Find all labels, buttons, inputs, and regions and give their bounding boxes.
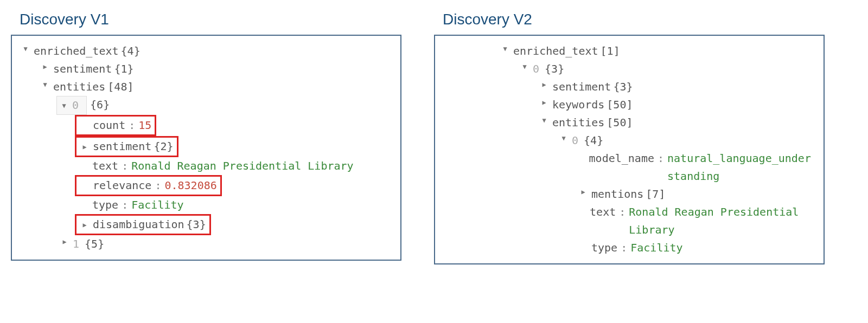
caret-right-icon[interactable]	[80, 140, 90, 153]
tree-leaf-relevance: relevance : 0.832086	[21, 175, 392, 196]
tree-node-enriched-text[interactable]: enriched_text {4}	[21, 42, 392, 60]
caret-down-icon[interactable]	[520, 60, 529, 73]
tree-node-sentiment[interactable]: sentiment {1}	[21, 60, 392, 78]
caret-right-icon[interactable]	[539, 96, 549, 108]
tree-node-sentiment[interactable]: sentiment {3}	[500, 78, 815, 96]
highlight-box: sentiment {2}	[75, 136, 178, 157]
tree-node-enriched-text[interactable]: enriched_text [1]	[500, 42, 815, 60]
panel-title-v2: Discovery V2	[434, 11, 825, 28]
json-tree-v2: enriched_text [1] 0 {3} sentiment {3} ke…	[434, 35, 825, 264]
highlight-box: disambiguation {3}	[75, 214, 211, 235]
highlight-box: relevance : 0.832086	[75, 175, 222, 196]
caret-right-icon[interactable]	[578, 185, 588, 198]
tree-node-entities[interactable]: entities [48]	[21, 78, 392, 96]
caret-down-icon[interactable]	[40, 78, 50, 91]
caret-down-icon[interactable]	[21, 42, 30, 55]
tree-node-entity-1[interactable]: 1 {5}	[21, 235, 392, 253]
caret-right-icon[interactable]	[539, 78, 549, 91]
tree-node-index-0[interactable]: 0 {3}	[500, 60, 815, 78]
tree-leaf-type: type : Facility	[21, 196, 392, 214]
highlight-box: count : 15	[75, 115, 156, 136]
tree-node-disambiguation[interactable]: disambiguation {3}	[21, 214, 392, 235]
tree-leaf-text: text : Ronald Reagan Presidential Librar…	[500, 203, 815, 239]
caret-right-icon[interactable]	[60, 235, 69, 248]
tree-node-keywords[interactable]: keywords [50]	[500, 96, 815, 114]
discovery-v1-panel: Discovery V1 enriched_text {4} sentiment…	[11, 11, 401, 264]
tree-node-inner-sentiment[interactable]: sentiment {2}	[21, 136, 392, 157]
caret-right-icon[interactable]	[40, 60, 50, 73]
caret-right-icon[interactable]	[80, 218, 90, 231]
tree-leaf-count: count : 15	[21, 115, 392, 136]
panel-title-v1: Discovery V1	[11, 11, 401, 28]
tree-leaf-model-name: model_name : natural_language_understand…	[500, 150, 815, 185]
caret-down-icon[interactable]	[500, 42, 510, 55]
caret-down-icon[interactable]	[559, 132, 569, 144]
tree-node-mentions[interactable]: mentions [7]	[500, 185, 815, 203]
caret-down-icon[interactable]	[59, 99, 69, 112]
tree-node-entity-0[interactable]: 0 {4}	[500, 132, 815, 150]
tree-leaf-text: text : Ronald Reagan Presidential Librar…	[21, 157, 392, 175]
discovery-v2-panel: Discovery V2 enriched_text [1] 0 {3} sen…	[434, 11, 825, 264]
caret-down-icon[interactable]	[539, 114, 549, 126]
tree-leaf-type: type : Facility	[500, 239, 815, 257]
tree-node-entity-0[interactable]: 0 {6}	[21, 96, 392, 115]
json-tree-v1: enriched_text {4} sentiment {1} entities…	[11, 35, 401, 261]
tree-node-entities[interactable]: entities [50]	[500, 114, 815, 132]
